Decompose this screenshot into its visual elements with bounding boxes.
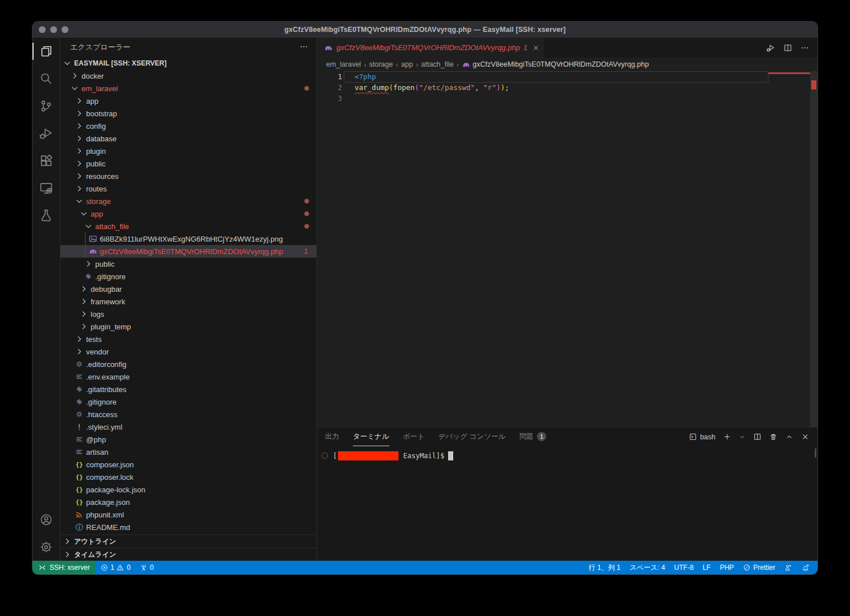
tree-item-config[interactable]: config	[60, 120, 316, 132]
problems-status[interactable]: 10	[96, 561, 135, 574]
ports-status[interactable]: 0	[135, 561, 158, 574]
code-editor[interactable]: 1<?php2var_dump(fopen("/etc/passwd", "r"…	[317, 71, 818, 427]
more-actions-button[interactable]	[800, 43, 810, 52]
terminal[interactable]: [EasyMail]$	[317, 446, 818, 561]
tree-item-editorconfig[interactable]: .editorconfig	[60, 358, 316, 370]
tree-item-styleci-yml[interactable]: .styleci.yml	[60, 421, 316, 433]
editor-tab[interactable]: gxCfzV8eeMibgiTsE0TMQVrOHRlDmZDOtAVvyrqg…	[317, 38, 544, 58]
activity-search[interactable]	[32, 65, 60, 92]
tree-item-composer-json[interactable]: {}composer.json	[60, 458, 316, 471]
minimap[interactable]	[768, 71, 810, 427]
tree-item-bootstrap[interactable]: bootstrap	[60, 107, 316, 120]
tree-item-package-json[interactable]: {}package.json	[60, 496, 316, 508]
status-cursor-position[interactable]: 行 1、列 1	[584, 561, 625, 574]
tree-item-gitignore[interactable]: .gitignore	[60, 395, 316, 408]
tree-item-app[interactable]: app	[60, 95, 316, 107]
kill-terminal-button[interactable]	[769, 433, 778, 441]
chevron-right-icon	[75, 334, 84, 344]
tree-item-plugin[interactable]: plugin	[60, 145, 316, 157]
tree-item-public[interactable]: public	[60, 258, 316, 270]
tree-item-readme-md[interactable]: README.md	[60, 521, 316, 533]
tree-item-storage[interactable]: storage	[60, 195, 316, 207]
breadcrumb-em-laravel[interactable]: em_laravel	[326, 60, 361, 68]
status-language-mode[interactable]: PHP	[715, 561, 739, 574]
tree-item-php[interactable]: @php	[60, 433, 316, 446]
tree-item-routes[interactable]: routes	[60, 182, 316, 195]
tree-item-artisan[interactable]: artisan	[60, 446, 316, 458]
tree-item-framework[interactable]: framework	[60, 295, 316, 308]
tree-item-docker[interactable]: docker	[60, 70, 316, 82]
terminal-scrollbar[interactable]	[815, 448, 816, 458]
activity-explorer[interactable]	[32, 38, 60, 65]
tree-item-gxcfzv8eemibgitse0tmqvrohrldmzdotavvyrqg-php[interactable]: gxCfzV8eeMibgiTsE0TMQVrOHRlDmZDOtAVvyrqg…	[60, 245, 316, 258]
tree-item-6i8bzk911lurpwhtxwexgng6rbhtcjyz4ww1ezyj-png[interactable]: 6i8BZk911lurPWHtXwExgNG6RbHtCjYz4WW1ezyj…	[60, 232, 316, 245]
lines-icon	[75, 372, 84, 381]
activity-remote-explorer[interactable]	[32, 174, 60, 202]
tree-item-env-example[interactable]: .env.example	[60, 370, 316, 383]
minimize-window-button[interactable]	[50, 26, 57, 33]
tree-item-gitignore[interactable]: .gitignore	[60, 270, 316, 283]
status-feedback[interactable]	[780, 561, 797, 574]
tree-item-app[interactable]: app	[60, 207, 316, 220]
tree-item-database[interactable]: database	[60, 132, 316, 145]
terminal-profiles-dropdown-button[interactable]	[739, 434, 746, 440]
sidebar-section-[interactable]: アウトライン	[60, 535, 316, 548]
panel-tab-[interactable]: ポート	[403, 427, 425, 446]
breadcrumb-gxcfzv8eemibgitse0tmqvrohrldmzdotavvyrqg-php[interactable]: gxCfzV8eeMibgiTsE0TMQVrOHRlDmZDOtAVvyrqg…	[462, 60, 649, 69]
tree-item-logs[interactable]: logs	[60, 308, 316, 320]
remote-indicator[interactable]: SSH: xserver	[32, 561, 96, 574]
status-eol[interactable]: LF	[698, 561, 715, 574]
zoom-window-button[interactable]	[62, 26, 68, 33]
tree-item-label: 6i8BZk911lurPWHtXwExgNG6RbHtCjYz4WW1ezyj…	[100, 235, 283, 243]
activity-accounts[interactable]	[32, 506, 60, 533]
activity-source-control[interactable]	[32, 92, 60, 120]
status-notifications[interactable]	[797, 561, 814, 574]
status-indentation[interactable]: スペース: 4	[625, 561, 669, 574]
panel-tab-[interactable]: ターミナル	[353, 427, 389, 446]
activity-extensions[interactable]	[32, 147, 60, 174]
more-icon[interactable]	[299, 42, 308, 51]
activity-testing[interactable]	[32, 202, 60, 229]
source-control-icon	[39, 99, 53, 113]
tree-item-resources[interactable]: resources	[60, 170, 316, 182]
tree-item-htaccess[interactable]: .htaccess	[60, 408, 316, 421]
close-panel-button[interactable]	[801, 433, 810, 441]
activity-manage[interactable]	[32, 533, 60, 561]
split-editor-icon	[753, 433, 762, 441]
sidebar-section-[interactable]: タイムライン	[60, 548, 316, 561]
scrollbar[interactable]	[810, 71, 818, 427]
tree-item-gitattributes[interactable]: .gitattributes	[60, 383, 316, 395]
maximize-panel-button[interactable]	[785, 433, 794, 441]
tree-item-package-lock-json[interactable]: {}package-lock.json	[60, 483, 316, 496]
tree-item-debugbar[interactable]: debugbar	[60, 283, 316, 295]
breadcrumb-storage[interactable]: storage	[369, 60, 393, 68]
run-or-debug-button[interactable]	[766, 43, 775, 52]
breadcrumb-attach-file[interactable]: attach_file	[421, 60, 454, 68]
tab-close-button[interactable]	[532, 44, 540, 52]
activity-run-and-debug[interactable]	[32, 120, 60, 147]
tree-item-tests[interactable]: tests	[60, 333, 316, 345]
tree-item-plugin-temp[interactable]: plugin_temp	[60, 320, 316, 333]
new-terminal-button[interactable]	[723, 433, 731, 441]
tree-item-em-laravel[interactable]: em_laravel	[60, 82, 316, 95]
indent-guide	[85, 245, 86, 258]
tree-item-vendor[interactable]: vendor	[60, 345, 316, 358]
panel-tab-[interactable]: デバッグ コンソール	[438, 427, 506, 446]
status-formatter[interactable]: Prettier	[738, 561, 780, 574]
split-terminal-button[interactable]	[753, 433, 762, 441]
tree-item-phpunit-xml[interactable]: phpunit.xml	[60, 508, 316, 521]
status-encoding[interactable]: UTF-8	[670, 561, 698, 574]
tree-item-public[interactable]: public	[60, 157, 316, 170]
terminal-profile-button[interactable]: bash	[689, 433, 715, 441]
tree-item-attach-file[interactable]: attach_file	[60, 220, 316, 232]
panel-tab-[interactable]: 問題1	[519, 427, 546, 446]
chevron-right-icon	[75, 184, 84, 193]
workspace-root-row[interactable]: EASYMAIL [SSH: XSERVER]	[60, 57, 316, 70]
panel-tab-[interactable]: 出力	[325, 427, 339, 446]
sidebar-more-actions-button[interactable]	[299, 42, 308, 53]
breadcrumb-separator: ›	[416, 60, 418, 69]
close-window-button[interactable]	[39, 26, 46, 33]
breadcrumb-app[interactable]: app	[401, 60, 413, 68]
split-editor-button[interactable]	[783, 43, 792, 52]
tree-item-composer-lock[interactable]: {}composer.lock	[60, 471, 316, 483]
